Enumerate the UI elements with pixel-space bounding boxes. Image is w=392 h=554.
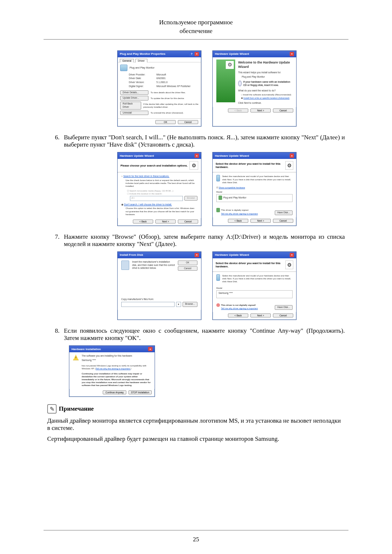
monitor-icon	[120, 65, 127, 71]
continue-anyway-button[interactable]: Continue Anyway	[103, 390, 126, 394]
next-button[interactable]: Next >	[250, 219, 271, 223]
note-heading: ✎ Примечание	[47, 404, 345, 414]
version-label: Driver Version:	[129, 81, 154, 84]
ok-button[interactable]: OK	[155, 120, 176, 124]
dropdown-icon[interactable]: ▾	[176, 302, 181, 307]
cancel-button[interactable]: Cancel	[273, 219, 293, 223]
model-list[interactable]: Plug and Play Monitor	[216, 194, 293, 202]
copy-label: Copy manufacturer's files from:	[121, 298, 197, 301]
back-button[interactable]: < Back	[228, 313, 248, 317]
titlebar: Hardware Update Wizard×	[213, 252, 296, 258]
cd-icon	[238, 81, 242, 86]
wizard-heading: Select the device driver you want to ins…	[216, 162, 285, 169]
close-icon[interactable]: ×	[195, 52, 199, 56]
signing-link[interactable]: Tell me why driver signing is important	[221, 307, 258, 309]
wizard-question: What do you want the wizard to do?	[238, 89, 293, 93]
tab-driver[interactable]: Driver	[135, 59, 147, 62]
close-icon[interactable]: ×	[290, 153, 294, 158]
back-button[interactable]: < Back	[228, 219, 248, 223]
step-text: Нажмите кнопку "Browse" (Обзор), затем в…	[64, 233, 345, 248]
copy-path-input[interactable]	[121, 302, 175, 307]
hwi-device: Samsung ****	[82, 359, 151, 362]
close-icon[interactable]: ×	[290, 253, 294, 257]
close-icon[interactable]: ×	[148, 347, 152, 351]
install-from-disk-dialog: Install From Disk× Insert the manufactur…	[117, 251, 201, 320]
cancel-button[interactable]: Cancel	[178, 219, 198, 223]
opt-search[interactable]: ○ Search for the best driver in these lo…	[121, 175, 197, 178]
uninstall-button[interactable]: Uninstall	[120, 111, 148, 115]
step-number: 7.	[47, 233, 64, 248]
shield-icon	[216, 208, 220, 212]
note-p2: Сертифицированный драйвер будет размещен…	[47, 435, 345, 443]
titlebar: Hardware Update Wizard ×	[213, 51, 296, 57]
stop-installation-button[interactable]: STOP Installation	[128, 390, 152, 394]
wizard-welcome-heading: Welcome to the Hardware Update Wizard	[238, 60, 293, 69]
chk-compatible[interactable]: ☑ Show compatible hardware	[216, 186, 293, 189]
title-text: Hardware Update Wizard	[120, 154, 154, 157]
logo-testing-link[interactable]: Tell me why this testing is important.	[96, 368, 131, 370]
cd-note: If your hardware came with an installati…	[243, 81, 293, 87]
step-6: 6. Выберите пункт "Don't search, I will.…	[47, 134, 345, 148]
cancel-button[interactable]: Cancel	[273, 108, 293, 112]
gear-icon: ⚙	[285, 260, 293, 269]
select-instr: Select the manufacturer and model of you…	[222, 175, 293, 184]
uninstall-desc: To uninstall the driver (Advanced).	[151, 111, 184, 114]
device-name: Plug and Play Monitor	[130, 66, 154, 69]
help-icon[interactable]: ?	[189, 52, 194, 56]
close-icon[interactable]: ×	[195, 153, 199, 158]
model-list[interactable]: Samsung ****	[216, 290, 293, 298]
provider-label: Driver Provider:	[129, 73, 154, 77]
next-button[interactable]: Next >	[155, 219, 176, 223]
wizard-welcome-dialog: Hardware Update Wizard × ⚙ Welcome to th…	[212, 50, 297, 127]
select-instr: Select the manufacturer and model of you…	[222, 274, 293, 283]
close-icon[interactable]: ×	[195, 253, 199, 257]
titlebar: Plug and Play Monitor Properties ?×	[118, 51, 201, 57]
title-text: Plug and Play Monitor Properties	[120, 52, 166, 56]
update-driver-button[interactable]: Update Driver...	[120, 96, 148, 100]
provider-value: Microsoft	[156, 73, 199, 77]
model-label: Model	[216, 190, 293, 193]
back-button: < Back	[228, 108, 248, 112]
hardware-installation-dialog: Hardware Installation× The software you …	[69, 345, 155, 397]
rollback-desc: If the device fails after updating the d…	[143, 103, 199, 108]
cancel-button[interactable]: Cancel	[178, 120, 198, 124]
next-button[interactable]: Next >	[250, 108, 271, 112]
wizard-opt-list[interactable]: ◉ Install from a list or specific locati…	[241, 97, 293, 99]
chk-location: ☐ Include this location in the search:	[127, 192, 197, 195]
browse-button[interactable]: Browse...	[183, 302, 197, 307]
date-value: 6/6/2001	[156, 77, 199, 80]
disk-icon	[121, 260, 129, 270]
title-text: Hardware Update Wizard	[215, 154, 249, 157]
close-icon[interactable]: ×	[290, 52, 294, 56]
note-p1: Данный драйвер монитора является сертифи…	[47, 417, 345, 432]
hwi-bold: Continuing your installation of this sof…	[82, 373, 151, 386]
signing-link[interactable]: Tell me why driver signing is important	[221, 213, 258, 215]
cancel-button[interactable]: Cancel	[273, 313, 293, 317]
rollback-button[interactable]: Roll Back Driver	[120, 102, 141, 110]
path-input: A:\	[130, 196, 183, 201]
ok-button[interactable]: OK	[178, 260, 197, 265]
driver-details-button[interactable]: Driver Details...	[120, 90, 148, 95]
wizard-continue: Click Next to continue.	[238, 102, 293, 105]
next-button[interactable]: Next >	[250, 313, 271, 317]
wizard-opt-auto[interactable]: ○ Install the software automatically (Re…	[241, 93, 293, 96]
dont-desc: Choose this option to select the device …	[126, 207, 197, 216]
have-disk-button[interactable]: Have Disk...	[275, 305, 293, 310]
opt-dont-search[interactable]: ◉ Don't search. I will choose the driver…	[121, 203, 197, 206]
screenshot-row-2: Hardware Update Wizard× Please choose yo…	[69, 152, 345, 226]
browse-button: Browse	[184, 196, 197, 201]
note-icon: ✎	[47, 404, 57, 414]
back-button[interactable]: < Back	[133, 219, 153, 223]
cancel-button[interactable]: Cancel	[178, 266, 197, 271]
warning-icon	[216, 303, 220, 307]
wizard-heading: Select the device driver you want to ins…	[216, 262, 285, 268]
monitor-icon	[216, 175, 220, 181]
tab-general[interactable]: General	[120, 59, 134, 62]
search-desc: Use the check boxes below to limit or ex…	[126, 179, 197, 188]
title-text: Hardware Update Wizard	[215, 52, 249, 56]
unsigned-text: This driver is not digitally signed!	[221, 304, 256, 306]
details-desc: To view details about the driver files.	[151, 91, 185, 94]
have-disk-button[interactable]: Have Disk...	[275, 210, 293, 215]
hwi-line3b: )	[131, 368, 131, 370]
titlebar: Install From Disk×	[118, 252, 201, 258]
